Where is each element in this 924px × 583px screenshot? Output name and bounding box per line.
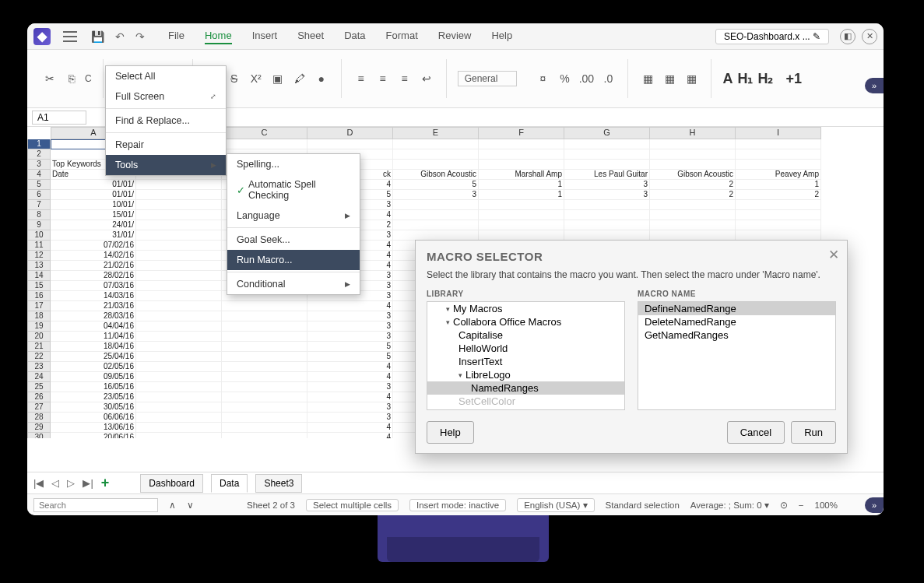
row-header[interactable]: 6 [27,190,51,200]
cell[interactable] [393,210,479,220]
menu-conditional[interactable]: Conditional▶ [227,274,360,294]
cell[interactable] [136,230,222,241]
row-header[interactable]: 11 [27,241,51,251]
percent-icon[interactable]: % [556,70,573,87]
library-item[interactable]: ▾Collabora Office Macros [427,315,624,328]
cell[interactable]: Marshall Amp [479,170,564,180]
align-left-icon[interactable]: ≡ [353,70,370,87]
col-header[interactable]: G [564,127,650,139]
menu-sheet[interactable]: Sheet [297,28,324,44]
cell[interactable] [393,220,479,230]
hamburger-icon[interactable] [63,31,77,42]
cell[interactable] [650,200,736,210]
row-header[interactable]: 23 [27,362,51,372]
cell[interactable] [564,200,650,210]
cell[interactable]: 31/01/ [51,230,136,241]
row-header[interactable]: 21 [27,342,51,352]
row-header[interactable]: 13 [27,261,51,271]
cell[interactable] [136,291,222,301]
cell[interactable] [564,220,650,230]
cell[interactable] [650,210,736,220]
cell[interactable]: 3 [564,190,650,200]
run-button[interactable]: Run [791,421,836,444]
search-input[interactable] [33,498,158,512]
cell[interactable]: Gibson Acoustic [650,170,736,180]
decimal-inc-icon[interactable]: .00 [578,70,595,87]
cell[interactable] [136,392,222,402]
cell[interactable]: 3 [307,402,393,413]
menu-home[interactable]: Home [205,28,232,44]
highlight-icon[interactable]: 🖍 [291,70,308,87]
search-next-icon[interactable]: ∨ [187,500,194,511]
macro-item[interactable]: GetNamedRanges [638,328,835,342]
menu-spelling[interactable]: Spelling... [227,154,360,174]
cell[interactable]: 1 [736,180,821,190]
cell[interactable] [222,382,307,392]
col-header[interactable]: C [222,127,307,139]
cell[interactable] [136,433,222,438]
cell[interactable]: 16/05/16 [51,382,136,392]
cell[interactable] [650,149,736,160]
first-sheet-icon[interactable]: |◀ [33,477,44,489]
cell[interactable]: 3 [307,321,393,332]
menu-help[interactable]: Help [491,28,512,44]
cell[interactable]: 4 [307,423,393,433]
cell[interactable]: 21/03/16 [51,301,136,311]
menu-file[interactable]: File [168,28,184,44]
cell[interactable]: Les Paul Guitar [564,170,650,180]
menu-find-replace[interactable]: Find & Replace... [106,111,226,131]
row-header[interactable]: 1 [27,139,51,149]
fill-color-icon[interactable]: ● [313,70,330,87]
row-header[interactable]: 25 [27,382,51,392]
col-header[interactable]: D [307,127,393,139]
cell[interactable]: 3 [307,311,393,321]
cell[interactable]: 09/05/16 [51,372,136,382]
cell[interactable]: 5 [307,352,393,362]
cell[interactable] [479,139,564,149]
close-icon[interactable]: ✕ [862,29,877,44]
cell[interactable] [222,321,307,332]
sidebar-toggle-icon[interactable]: ◧ [840,29,855,44]
menu-run-macro[interactable]: Run Macro... [227,250,360,270]
cell[interactable] [222,423,307,433]
cell[interactable] [479,200,564,210]
cell[interactable] [222,402,307,413]
col-header[interactable]: H [650,127,736,139]
row-header[interactable]: 22 [27,352,51,362]
cell[interactable] [222,311,307,321]
insert-col-icon[interactable]: ▦ [661,70,678,87]
cell[interactable]: 20/06/16 [51,433,136,438]
row-header[interactable]: 5 [27,180,51,190]
cell[interactable]: 4 [307,372,393,382]
row-header[interactable]: 8 [27,210,51,220]
cell[interactable] [393,160,479,170]
cell[interactable] [136,352,222,362]
prev-sheet-icon[interactable]: ◁ [51,477,59,489]
number-format-select[interactable]: General [458,71,518,86]
cell[interactable] [736,220,821,230]
macro-item[interactable]: DefineNamedRange [638,302,835,315]
menu-select-all[interactable]: Select All [106,66,226,86]
row-header[interactable]: 15 [27,281,51,291]
cell[interactable] [650,139,736,149]
select-multiple-cells[interactable]: Select multiple cells [306,499,399,511]
row-header[interactable]: 17 [27,301,51,311]
macro-item[interactable]: DeleteNamedRange [638,315,835,328]
row-header[interactable]: 7 [27,200,51,210]
cell[interactable] [136,261,222,271]
next-sheet-icon[interactable]: ▷ [67,477,75,489]
undo-icon[interactable]: ↶ [115,30,125,43]
document-title[interactable]: SEO-Dashboard.x ... ✎ [715,29,829,44]
help-button[interactable]: Help [427,421,474,444]
cell[interactable]: 4 [307,301,393,311]
cell[interactable] [136,332,222,342]
row-header[interactable]: 14 [27,271,51,281]
cell[interactable] [222,139,307,149]
cell[interactable] [736,200,821,210]
macro-listbox[interactable]: DefineNamedRangeDeleteNamedRangeGetNamed… [638,301,836,410]
cell[interactable] [479,220,564,230]
last-sheet-icon[interactable]: ▶| [83,477,93,489]
cell[interactable] [136,200,222,210]
cell[interactable]: 18/04/16 [51,342,136,352]
cell[interactable] [136,413,222,423]
